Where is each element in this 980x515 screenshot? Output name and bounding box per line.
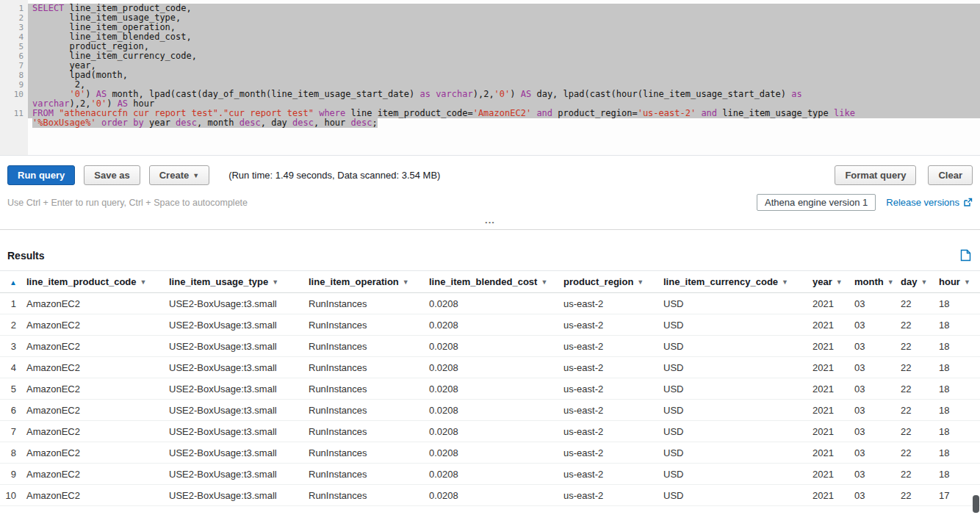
cell-line_item_usage_type: USE2-BoxUsage:t3.small [165,442,304,464]
cell-day: 22 [896,442,934,464]
sql-keyword: as [791,89,801,99]
cell-hour: 18 [934,400,980,421]
code-line: '%BoxUsage%' order by year desc, month d… [28,118,980,128]
column-sort-caret-icon[interactable]: ▼ [541,278,547,286]
sql-string: '%BoxUsage%' [32,118,96,128]
column-label: hour [939,276,960,287]
cell-month: 03 [850,400,896,421]
column-header-line_item_usage_type[interactable]: line_item_usage_type▼ [165,271,304,293]
cell-line_item_currency_code: USD [659,357,808,378]
cell-line_item_currency_code: USD [659,442,808,464]
cell-day: 22 [896,293,934,314]
cell-line_item_blended_cost: 0.0208 [425,336,559,357]
column-header-line_item_operation[interactable]: line_item_operation▼ [304,271,425,293]
external-link-icon [963,198,973,207]
column-sort-caret-icon[interactable]: ▼ [920,278,927,286]
results-table: ▲ line_item_product_code▼line_item_usage… [0,270,980,506]
cell-day: 22 [896,314,934,336]
cell-year: 2021 [808,378,850,400]
column-sort-caret-icon[interactable]: ▼ [403,278,409,286]
editor-code[interactable]: SELECT line_item_product_code, line_item… [28,0,980,155]
column-header-line_item_currency_code[interactable]: line_item_currency_code▼ [659,271,808,293]
sort-indicator-column[interactable]: ▲ [0,271,22,293]
run-query-button[interactable]: Run query [7,165,75,185]
row-number: 4 [0,357,22,378]
column-header-day[interactable]: day▼ [896,271,934,293]
row-number: 10 [0,485,22,506]
cell-line_item_product_code: AmazonEC2 [22,378,165,400]
splitter-drag-handle[interactable]: ... [485,218,495,223]
line-number: 10 [0,90,28,99]
column-sort-caret-icon[interactable]: ▼ [836,278,843,286]
table-row: 9AmazonEC2USE2-BoxUsage:t3.smallRunInsta… [0,464,980,485]
table-row: 4AmazonEC2USE2-BoxUsage:t3.smallRunInsta… [0,357,980,378]
cell-day: 22 [896,485,934,506]
sql-keyword: order by [101,118,144,128]
sql-keyword: SELECT [32,3,64,13]
sql-keyword: desc [351,118,372,128]
vertical-scrollbar-thumb[interactable] [973,495,979,513]
cell-hour: 18 [934,293,980,314]
cell-line_item_usage_type: USE2-BoxUsage:t3.small [165,378,304,400]
line-number: 9 [0,80,28,90]
keyboard-hint-text: Use Ctrl + Enter to run query, Ctrl + Sp… [7,198,248,208]
clear-button[interactable]: Clear [928,165,973,185]
cell-month: 03 [850,442,896,464]
release-versions-link[interactable]: Release versions [886,197,973,208]
column-header-line_item_blended_cost[interactable]: line_item_blended_cost▼ [425,271,559,293]
sql-text: ) [510,89,520,99]
download-results-icon[interactable] [960,249,971,262]
column-sort-caret-icon[interactable]: ▼ [637,278,644,286]
column-header-month[interactable]: month▼ [850,271,896,293]
cell-product_region: us-east-2 [559,357,659,378]
sql-text [96,118,101,128]
cell-hour: 18 [934,464,980,485]
column-header-line_item_product_code[interactable]: line_item_product_code▼ [22,271,165,293]
cell-day: 22 [896,464,934,485]
column-header-product_region[interactable]: product_region▼ [559,271,659,293]
sql-text: ) [85,89,96,99]
create-dropdown-button[interactable]: Create▼ [149,165,209,185]
cell-line_item_currency_code: USD [659,464,808,485]
cell-line_item_usage_type: USE2-BoxUsage:t3.small [165,421,304,442]
table-row: 1AmazonEC2USE2-BoxUsage:t3.smallRunInsta… [0,293,980,314]
cell-year: 2021 [808,336,850,357]
sql-text: line_item_usage_type, [32,12,181,23]
line-number: 3 [0,23,28,32]
row-number: 5 [0,378,22,400]
cell-year: 2021 [808,485,850,506]
cell-hour: 18 [934,314,980,336]
cell-product_region: us-east-2 [559,485,659,506]
table-row: 7AmazonEC2USE2-BoxUsage:t3.smallRunInsta… [0,421,980,442]
sql-text: year, [32,60,96,71]
cell-line_item_operation: RunInstances [304,314,425,336]
row-number: 2 [0,314,22,336]
engine-version-badge: Athena engine version 1 [757,194,876,211]
column-header-year[interactable]: year▼ [808,271,850,293]
save-as-button[interactable]: Save as [84,165,140,185]
table-row: 3AmazonEC2USE2-BoxUsage:t3.smallRunInsta… [0,336,980,357]
sql-string: 'us-east-2' [638,108,696,118]
sql-text: product_region, [32,41,149,51]
column-sort-caret-icon[interactable]: ▼ [964,278,970,286]
column-header-hour[interactable]: hour▼ [934,271,980,293]
column-sort-caret-icon[interactable]: ▼ [782,278,788,286]
format-query-button[interactable]: Format query [835,165,916,185]
row-number: 7 [0,421,22,442]
column-sort-caret-icon[interactable]: ▼ [887,278,894,286]
cell-year: 2021 [808,442,850,464]
sql-editor[interactable]: 1234567891011 SELECT line_item_product_c… [0,0,980,156]
cell-line_item_operation: RunInstances [304,336,425,357]
column-sort-caret-icon[interactable]: ▼ [140,278,147,286]
cell-hour: 18 [934,378,980,400]
cell-line_item_currency_code: USD [659,314,808,336]
column-label: month [854,276,884,287]
column-sort-caret-icon[interactable]: ▼ [272,278,278,286]
sql-keyword: and [701,108,717,118]
pane-splitter: ... [0,211,980,230]
cell-month: 03 [850,485,896,506]
sql-string: '0' [70,89,86,99]
cell-line_item_usage_type: USE2-BoxUsage:t3.small [165,400,304,421]
cell-hour: 18 [934,421,980,442]
sql-keyword: FROM [32,108,54,118]
